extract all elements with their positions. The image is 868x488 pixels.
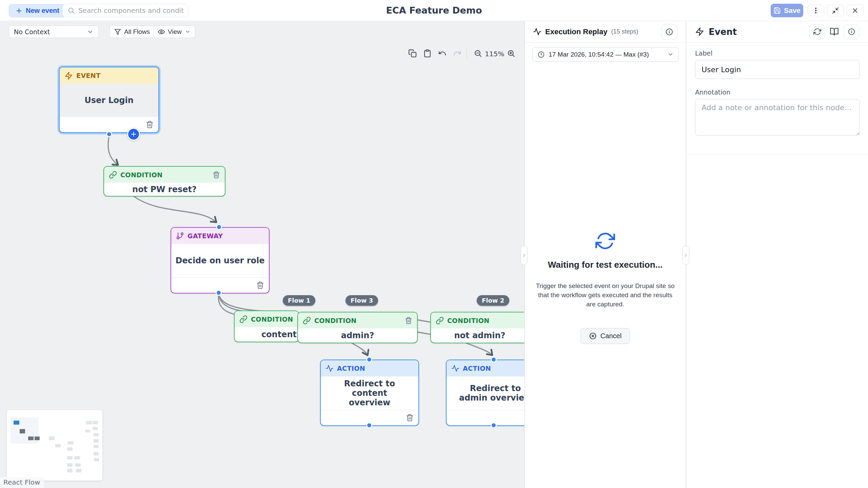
minimap-node bbox=[20, 429, 25, 433]
trash-icon[interactable] bbox=[405, 317, 412, 324]
minimize-icon bbox=[832, 7, 839, 14]
search-icon bbox=[67, 7, 75, 14]
cancel-label: Cancel bbox=[600, 332, 622, 340]
trash-icon[interactable] bbox=[146, 121, 154, 128]
minimap-node bbox=[74, 456, 80, 460]
chevron-right-icon bbox=[521, 252, 527, 258]
more-options-button[interactable] bbox=[807, 4, 824, 16]
inspector-form: Label Annotation bbox=[686, 43, 868, 155]
chevron-down-icon bbox=[667, 51, 674, 58]
redo-icon[interactable] bbox=[453, 49, 461, 58]
inspector-header: Event bbox=[686, 21, 868, 43]
node-title: Redirect to admin overview bbox=[447, 377, 524, 410]
save-icon bbox=[773, 7, 781, 14]
replay-waiting-state: Waiting for test execution... Trigger th… bbox=[525, 231, 686, 344]
plus-icon bbox=[130, 130, 137, 138]
trash-icon[interactable] bbox=[213, 171, 220, 179]
node-title: Decide on user role bbox=[171, 244, 269, 277]
flow-node-condition-content[interactable]: CONDITION content bbox=[234, 310, 299, 342]
react-flow-attribution: React Flow bbox=[0, 477, 44, 488]
node-title: not PW reset? bbox=[104, 183, 225, 196]
flow-node-action-redirect-content[interactable]: ACTION Redirect to content overview bbox=[320, 360, 419, 426]
close-icon bbox=[851, 7, 859, 14]
eca-editor-window: New event ECA Feature Demo Save bbox=[0, 0, 868, 488]
flow-node-event-user-login[interactable]: EVENT User Login bbox=[59, 66, 159, 133]
minimap-node bbox=[68, 441, 74, 444]
minimap-node bbox=[75, 463, 81, 467]
edge-admin-to-action1 bbox=[352, 343, 367, 354]
node-type-label: EVENT bbox=[76, 72, 101, 79]
undo-icon[interactable] bbox=[438, 49, 447, 58]
toolbar-divider bbox=[467, 48, 467, 58]
circle-x-icon bbox=[589, 332, 597, 340]
replay-run-select[interactable]: 17 Mar 2026, 10:54:42 — Max (#3) bbox=[532, 47, 679, 62]
new-event-button[interactable]: New event bbox=[9, 4, 66, 17]
replay-info-button[interactable] bbox=[661, 24, 677, 40]
canvas-panel-resizer[interactable] bbox=[520, 246, 528, 265]
replay-panel-resizer[interactable] bbox=[682, 246, 689, 265]
flow-label-pill: Flow 1 bbox=[283, 295, 315, 306]
node-header: ACTION bbox=[321, 360, 418, 377]
minimap-node bbox=[94, 439, 99, 443]
trash-icon[interactable] bbox=[406, 414, 414, 422]
source-handle[interactable] bbox=[491, 422, 497, 428]
edge-admin-notadmin-2 bbox=[418, 332, 431, 334]
save-button[interactable]: Save bbox=[771, 4, 803, 17]
source-handle[interactable] bbox=[106, 131, 112, 137]
node-type-label: GATEWAY bbox=[188, 232, 223, 240]
target-handle[interactable] bbox=[216, 224, 222, 230]
waiting-description: Trigger the selected event on your Drupa… bbox=[535, 282, 675, 309]
clipboard-icon[interactable] bbox=[423, 49, 432, 58]
node-header: GATEWAY bbox=[171, 228, 269, 244]
node-title: content bbox=[235, 327, 298, 342]
flow-node-condition-not-pw-reset[interactable]: CONDITION not PW reset? bbox=[103, 166, 225, 197]
search-input[interactable] bbox=[78, 6, 183, 15]
node-header: CONDITION bbox=[104, 167, 225, 183]
label-input[interactable] bbox=[695, 60, 860, 79]
annotation-textarea[interactable] bbox=[695, 99, 860, 136]
node-footer bbox=[447, 410, 524, 425]
minimap[interactable] bbox=[7, 410, 102, 481]
minimap-node bbox=[35, 436, 40, 440]
chevron-down-icon bbox=[185, 29, 191, 35]
collapse-window-button[interactable] bbox=[827, 4, 844, 16]
edge-event-to-condition bbox=[108, 135, 117, 164]
duplicate-icon[interactable] bbox=[408, 49, 417, 58]
view-menu-button[interactable]: View bbox=[153, 25, 195, 38]
info-icon bbox=[848, 28, 855, 36]
source-handle[interactable] bbox=[216, 290, 222, 296]
node-header: CONDITION bbox=[235, 311, 298, 327]
flow-node-action-redirect-admin[interactable]: ACTION Redirect to admin overview bbox=[446, 360, 524, 426]
node-type-label: CONDITION bbox=[251, 316, 293, 323]
target-handle[interactable] bbox=[366, 357, 372, 363]
trash-icon[interactable] bbox=[256, 281, 264, 289]
link-icon bbox=[303, 317, 311, 325]
zoom-out-icon[interactable] bbox=[474, 49, 482, 58]
inspector-docs-button[interactable] bbox=[830, 27, 839, 36]
minimap-node bbox=[85, 430, 90, 432]
refresh-spinner-icon bbox=[595, 231, 615, 251]
zoom-in-icon[interactable] bbox=[507, 49, 515, 58]
node-type-label: ACTION bbox=[337, 365, 365, 372]
flow-canvas[interactable]: No Context All Flows View 115% bbox=[0, 21, 524, 488]
inspector-info-button[interactable] bbox=[844, 24, 859, 39]
node-header: CONDITION bbox=[431, 312, 524, 328]
node-title: Redirect to content overview bbox=[321, 377, 418, 410]
minimap-node bbox=[14, 421, 19, 425]
cancel-button[interactable]: Cancel bbox=[580, 328, 630, 344]
eye-icon bbox=[158, 28, 165, 35]
minimap-node bbox=[94, 458, 99, 461]
minimap-node bbox=[93, 421, 98, 424]
context-select[interactable]: No Context bbox=[9, 25, 99, 38]
inspector-refresh-button[interactable] bbox=[809, 24, 825, 39]
link-icon bbox=[109, 171, 117, 179]
edge-notadmin-to-action2 bbox=[463, 342, 492, 354]
flow-node-gateway-decide-role[interactable]: GATEWAY Decide on user role bbox=[171, 227, 270, 293]
flow-node-condition-not-admin[interactable]: CONDITION not admin? bbox=[430, 312, 524, 343]
flow-node-condition-admin[interactable]: CONDITION admin? bbox=[297, 312, 418, 343]
bolt-icon bbox=[695, 27, 704, 36]
add-connected-node-button[interactable] bbox=[127, 128, 140, 141]
target-handle[interactable] bbox=[491, 357, 497, 363]
close-button[interactable] bbox=[847, 4, 864, 16]
source-handle[interactable] bbox=[366, 422, 372, 428]
